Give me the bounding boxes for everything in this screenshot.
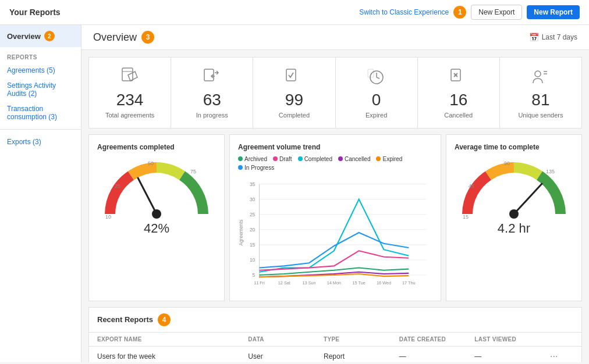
new-report-button[interactable]: New Report	[527, 5, 580, 19]
stat-icon-1	[202, 67, 222, 88]
legend-label: Cancelled	[345, 156, 370, 162]
legend-dot	[298, 156, 303, 161]
svg-point-15	[152, 209, 161, 219]
stat-label-1: In progress	[196, 112, 228, 119]
row-menu-dots[interactable]: ···	[550, 351, 573, 362]
sidebar-item-overview[interactable]: Overview 2	[0, 25, 81, 47]
svg-text:45: 45	[469, 183, 474, 189]
calendar-icon: 📅	[529, 33, 539, 42]
svg-text:25: 25	[115, 183, 120, 189]
sidebar: Overview 2 REPORTS Agreements (5) Settin…	[0, 25, 81, 362]
stat-card-4: 16 Cancelled	[418, 58, 500, 128]
stat-number-4: 16	[449, 91, 467, 109]
stat-icon-0	[120, 67, 140, 88]
gauge2-title: Average time to complete	[455, 143, 573, 151]
overview-header: Overview 3 📅 Last 7 days	[81, 25, 589, 50]
new-export-button[interactable]: New Export	[471, 5, 522, 20]
svg-text:17 Thu: 17 Thu	[402, 280, 416, 285]
legend-dot	[338, 156, 343, 161]
row-last-viewed: —	[474, 352, 550, 361]
legend-item: In Progress	[238, 165, 274, 171]
svg-text:12 Sat: 12 Sat	[278, 280, 290, 285]
sidebar-overview-label: Overview	[7, 32, 41, 41]
svg-line-6	[377, 77, 379, 78]
svg-text:11 Fri: 11 Fri	[254, 280, 265, 285]
legend: ArchivedDraftCompletedCancelledExpiredIn…	[238, 156, 432, 171]
svg-text:5: 5	[253, 272, 256, 278]
legend-label: Expired	[382, 156, 402, 162]
svg-text:15 Tue: 15 Tue	[353, 280, 366, 285]
stat-icon-3	[367, 67, 386, 88]
col-data: DATA	[248, 336, 324, 342]
table-row: Users for the week User Report — — ···	[89, 347, 581, 362]
switch-classic-link[interactable]: Switch to Classic Experience	[359, 8, 449, 16]
svg-text:50: 50	[148, 160, 154, 166]
legend-dot	[273, 156, 278, 161]
recent-reports-section: Recent Reports 4 EXPORT NAME DATA TYPE D…	[88, 307, 582, 362]
svg-text:10: 10	[250, 257, 256, 263]
legend-dot	[238, 156, 243, 161]
svg-text:10: 10	[105, 214, 111, 220]
badge-4: 4	[158, 313, 171, 326]
legend-label: Completed	[304, 156, 332, 162]
row-type: Report	[324, 352, 399, 361]
stat-number-3: 0	[372, 91, 381, 109]
row-data: User	[248, 352, 324, 361]
stats-grid: 234 Total agreements 63 In progress 99 C…	[88, 57, 582, 129]
svg-rect-0	[122, 68, 133, 81]
top-bar: Your Reports Switch to Classic Experienc…	[0, 0, 589, 25]
svg-text:35: 35	[250, 181, 256, 187]
stat-number-0: 234	[116, 91, 144, 109]
svg-text:25: 25	[250, 212, 256, 217]
gauge1-percent: 42%	[144, 221, 169, 236]
svg-text:13 Sun: 13 Sun	[303, 280, 316, 285]
row-export-name: Users for the week	[97, 352, 248, 361]
stat-label-3: Expired	[366, 112, 387, 119]
overview-title: Overview	[93, 31, 137, 44]
stat-card-3: 0 Expired	[336, 58, 418, 128]
svg-text:14 Mon: 14 Mon	[327, 280, 341, 285]
svg-rect-3	[286, 69, 296, 81]
svg-text:135: 135	[546, 169, 555, 174]
stat-icon-4	[449, 67, 469, 88]
sidebar-item-settings-audits[interactable]: Settings Activity Audits (2)	[0, 78, 81, 101]
svg-line-43	[514, 184, 542, 214]
stat-icon-2	[284, 67, 304, 88]
sidebar-item-transaction[interactable]: Transaction consumption (3)	[0, 101, 81, 124]
svg-text:15: 15	[463, 214, 469, 220]
svg-text:30: 30	[250, 197, 256, 202]
legend-item: Cancelled	[338, 156, 370, 162]
gauge1-svg: 10 75 50 25	[98, 156, 215, 226]
legend-label: Archived	[244, 156, 267, 162]
recent-reports-title: Recent Reports	[97, 315, 153, 324]
legend-item: Expired	[376, 156, 402, 162]
legend-item: Archived	[238, 156, 267, 162]
stat-card-5: 81 Unique senders	[500, 58, 581, 128]
gauge2-svg: 15 135 90 45	[456, 156, 572, 226]
row-date-created: —	[399, 352, 475, 361]
badge-1: 1	[453, 6, 466, 19]
stat-label-0: Total agreements	[105, 112, 154, 119]
svg-text:Agreements: Agreements	[238, 219, 244, 245]
date-range[interactable]: 📅 Last 7 days	[529, 33, 577, 42]
svg-text:90: 90	[504, 160, 510, 166]
svg-text:15: 15	[250, 242, 256, 248]
svg-point-11	[535, 71, 541, 77]
stat-number-5: 81	[531, 91, 549, 109]
charts-row: Agreements completed	[88, 134, 582, 301]
stat-number-1: 63	[203, 91, 221, 109]
sidebar-section-reports: REPORTS	[0, 47, 81, 63]
linechart-card: Agreement volume trend ArchivedDraftComp…	[229, 134, 441, 301]
main-content: Overview 3 📅 Last 7 days 234 Total agree…	[81, 25, 589, 362]
gauge2-value: 4.2 hr	[498, 221, 530, 236]
stat-label-5: Unique senders	[518, 112, 563, 119]
main-layout: Overview 2 REPORTS Agreements (5) Settin…	[0, 25, 589, 362]
stat-number-2: 99	[285, 91, 303, 109]
gauge1-container: 10 75 50 25 42%	[97, 156, 216, 236]
badge-2: 2	[44, 31, 55, 41]
table-header: EXPORT NAME DATA TYPE DATE CREATED LAST …	[89, 333, 581, 347]
sidebar-item-agreements[interactable]: Agreements (5)	[0, 63, 81, 78]
stat-label-4: Cancelled	[444, 112, 473, 119]
top-bar-actions: Switch to Classic Experience 1 New Expor…	[359, 5, 580, 20]
sidebar-item-exports[interactable]: Exports (3)	[0, 134, 81, 149]
